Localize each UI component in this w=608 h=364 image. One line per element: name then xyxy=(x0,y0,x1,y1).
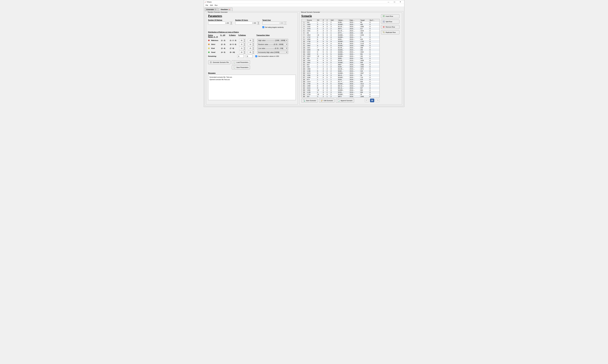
table-row[interactable]: 20 1681 9 4 5 5 $1000... 2015:... 509 0 xyxy=(301,62,379,64)
remove-row-button[interactable]: Remove Row xyxy=(381,25,399,29)
redo-button[interactable] xyxy=(375,99,380,102)
table-row[interactable]: 11 1475 7 4 4 4 $3.36.... 2015:... 1110 … xyxy=(301,42,379,45)
cell-source[interactable]: 1756 xyxy=(306,40,317,42)
cell-c[interactable]: 3 xyxy=(326,26,330,28)
cell-p[interactable]: 5 xyxy=(322,34,326,36)
cell-p[interactable]: 2 xyxy=(322,32,326,34)
pct-ratings-input[interactable] xyxy=(248,47,252,50)
cell-opc[interactable]: 0 xyxy=(369,34,379,36)
cell-rv[interactable]: 9 xyxy=(317,45,322,47)
cell-target[interactable]: 1971 xyxy=(360,68,369,70)
spinner-down-icon[interactable]: ▼ xyxy=(244,44,246,46)
spinner-up-icon[interactable]: ▲ xyxy=(230,22,233,23)
cell-source[interactable]: 1078 xyxy=(306,28,317,30)
cell-c[interactable]: 2 xyxy=(326,32,330,34)
table-row[interactable]: 10 1756 9 5 5 4 $1000... 2015:... 1743 0 xyxy=(301,40,379,42)
pct-ratings-input[interactable] xyxy=(248,51,252,54)
cell-opc[interactable]: 0 xyxy=(369,24,379,26)
cell-shc[interactable]: 1 xyxy=(330,78,337,81)
cell-value[interactable]: $164.... xyxy=(337,78,349,81)
cell-rv[interactable]: 9 xyxy=(317,40,322,42)
generate-scenario-button[interactable]: Generate Scenario File xyxy=(208,60,230,64)
cell-p[interactable]: 4 xyxy=(322,62,326,64)
spinner-down-icon[interactable]: ▼ xyxy=(252,44,255,46)
cell-rv[interactable]: 8 xyxy=(317,87,322,89)
cell-p[interactable]: 4 xyxy=(322,74,326,77)
table-header[interactable]: Target xyxy=(360,19,369,21)
cell-c[interactable]: 4 xyxy=(326,93,330,95)
cell-value[interactable]: $1000... xyxy=(337,62,349,64)
cell-date[interactable]: 2015:... xyxy=(349,77,360,78)
cell-target[interactable]: 338 xyxy=(360,47,369,49)
cell-opc[interactable]: 0 xyxy=(369,85,379,87)
pct-raters-input[interactable] xyxy=(239,47,243,50)
cell-opc[interactable]: 0 xyxy=(369,64,379,66)
cell-shc[interactable]: 3 xyxy=(330,68,337,70)
cell-c[interactable]: 4 xyxy=(326,74,330,77)
spinner-down-icon[interactable]: ▼ xyxy=(244,40,246,42)
cell-rv[interactable]: 7 xyxy=(317,42,322,45)
cell-source[interactable]: 1822 xyxy=(306,51,317,53)
cell-p[interactable]: 3 xyxy=(322,68,326,70)
cell-c[interactable]: 5 xyxy=(326,40,330,42)
cell-c[interactable]: 5 xyxy=(326,72,330,74)
cell-opc[interactable]: 0 xyxy=(369,38,379,40)
cell-p[interactable]: 5 xyxy=(322,40,326,42)
cell-shc[interactable]: 4 xyxy=(330,47,337,49)
cell-p[interactable]: 4 xyxy=(322,59,326,62)
cell-rv[interactable]: 10 xyxy=(317,93,322,95)
cell-value[interactable]: $1000... xyxy=(337,53,349,55)
close-button[interactable]: ✕ xyxy=(397,0,403,3)
transaction-value-dropdown[interactable]: High value ------------------[100$ , 100… xyxy=(257,39,288,42)
cell-target[interactable]: 1685 xyxy=(360,45,369,47)
cell-date[interactable]: 2015:... xyxy=(349,42,360,45)
cell-value[interactable]: $1000... xyxy=(337,93,349,95)
spinner-down-icon[interactable]: ▼ xyxy=(252,48,255,50)
cell-opc[interactable]: 0 xyxy=(369,28,379,30)
cell-c[interactable]: 1 xyxy=(326,21,330,24)
pct-raters-spinner[interactable]: ▲▼ xyxy=(239,43,246,46)
cell-opc[interactable]: 0 xyxy=(369,70,379,72)
cell-rv[interactable]: 5 xyxy=(317,28,322,30)
table-row[interactable]: 30 1784 9 4 4 5 $1000... 2016:... 1512 0 xyxy=(301,83,379,85)
spinner-up-icon[interactable]: ▲ xyxy=(252,51,255,52)
cell-date[interactable]: 2015:... xyxy=(349,70,360,72)
cell-date[interactable]: 2015:... xyxy=(349,53,360,55)
cell-c[interactable]: 5 xyxy=(326,45,330,47)
cell-p[interactable]: 2 xyxy=(322,28,326,30)
cell-opc[interactable]: 0 xyxy=(369,51,379,53)
cell-source[interactable]: 1431 xyxy=(306,30,317,32)
cell-target[interactable]: 1090 xyxy=(360,26,369,28)
cell-p[interactable]: 1 xyxy=(322,64,326,66)
cell-date[interactable]: 2015:... xyxy=(349,68,360,70)
cell-value[interactable]: $196.... xyxy=(337,21,349,24)
cell-source[interactable]: 1969 xyxy=(306,24,317,26)
pct-ratings-spinner[interactable]: ▲▼ xyxy=(248,51,255,54)
cell-rv[interactable]: 10 xyxy=(317,49,322,51)
cell-shc[interactable]: 4 xyxy=(330,49,337,51)
cell-target[interactable]: 198 xyxy=(360,32,369,34)
cell-value[interactable]: $967.... xyxy=(337,64,349,66)
cell-date[interactable]: 2015:... xyxy=(349,66,360,68)
cell-shc[interactable]: 3 xyxy=(330,59,337,62)
cell-value[interactable]: $106.... xyxy=(337,66,349,68)
cell-opc[interactable]: 0 xyxy=(369,45,379,47)
table-row[interactable]: 22 164 1 1 1 2 $106.... 2015:... 1402 0 xyxy=(301,66,379,68)
cell-date[interactable]: 2016:... xyxy=(349,87,360,89)
cell-opc[interactable]: 0 xyxy=(369,78,379,81)
cell-c[interactable]: 2 xyxy=(326,57,330,59)
cell-c[interactable]: 4 xyxy=(326,85,330,87)
table-row[interactable]: 17 1822 10 4 4 5 $1000... 2015:... 181 0 xyxy=(301,55,379,57)
cell-p[interactable]: 4 xyxy=(322,24,326,26)
cell-rv[interactable]: 10 xyxy=(317,55,322,57)
cell-rv[interactable]: 10 xyxy=(317,89,322,91)
cell-rv[interactable]: 1 xyxy=(317,78,322,81)
cell-value[interactable]: $1000... xyxy=(337,77,349,78)
table-row[interactable]: 31 1498 8 4 4 4 $0.10.... 2016:... 1132 … xyxy=(301,85,379,87)
cell-source[interactable]: 1138 xyxy=(306,91,317,93)
cell-target[interactable]: 1567 xyxy=(360,72,369,74)
cell-date[interactable]: 2016:... xyxy=(349,93,360,95)
spinner-up-icon[interactable]: ▲ xyxy=(244,39,246,40)
table-row[interactable]: 4 1078 5 2 2 2 $675.... 2015:... 517 0 xyxy=(301,28,379,30)
pct-raters-input[interactable] xyxy=(239,39,243,42)
